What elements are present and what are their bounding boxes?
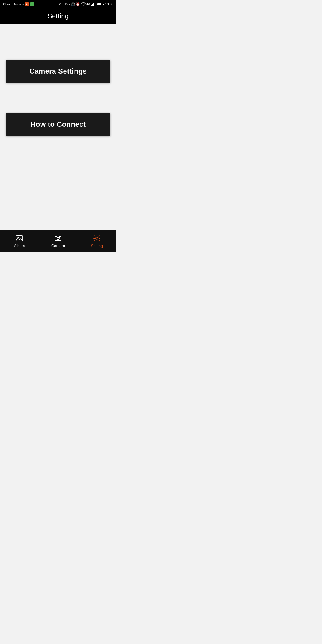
- bottom-navigation: Album Camera Setting: [0, 230, 116, 252]
- camera-label: Camera: [51, 244, 65, 248]
- network-speed: 230 B/s: [59, 2, 70, 6]
- svg-rect-0: [91, 5, 92, 6]
- signal-icon: [91, 2, 96, 7]
- setting-label: Setting: [91, 244, 103, 248]
- svg-rect-3: [95, 2, 95, 6]
- app-bar: Setting: [0, 8, 116, 24]
- carrier-name: China Unicom: [3, 2, 24, 6]
- nav-item-camera[interactable]: Camera: [39, 234, 78, 248]
- album-icon: [15, 234, 24, 242]
- svg-point-8: [96, 237, 98, 239]
- vibrate-icon: 📳: [71, 2, 75, 6]
- setting-icon: [93, 234, 101, 242]
- network-type-icon: 4G: [86, 3, 90, 6]
- camera-settings-button[interactable]: Camera Settings: [6, 60, 110, 83]
- main-content: Camera Settings How to Connect: [0, 24, 116, 230]
- time: 13:38: [105, 2, 113, 6]
- svg-rect-2: [93, 3, 94, 6]
- nav-item-album[interactable]: Album: [0, 234, 39, 248]
- alarm-icon: ⏰: [76, 2, 80, 6]
- carrier-icon2: [30, 2, 34, 6]
- svg-rect-1: [92, 4, 93, 6]
- status-left: China Unicom ▶: [3, 2, 34, 6]
- camera-icon: [54, 234, 62, 242]
- nav-item-setting[interactable]: Setting: [78, 234, 116, 248]
- svg-rect-4: [16, 236, 23, 241]
- page-title: Setting: [48, 12, 69, 20]
- svg-rect-7: [59, 237, 60, 238]
- carrier-icon1: ▶: [25, 2, 29, 6]
- how-to-connect-button[interactable]: How to Connect: [6, 113, 110, 136]
- svg-point-6: [57, 237, 59, 240]
- album-label: Album: [14, 244, 25, 248]
- status-right: 230 B/s 📳 ⏰ 4G 13:38: [59, 2, 113, 7]
- status-bar: China Unicom ▶ 230 B/s 📳 ⏰ 4G: [0, 0, 116, 8]
- wifi-icon: [81, 2, 86, 7]
- battery-icon: [97, 3, 104, 6]
